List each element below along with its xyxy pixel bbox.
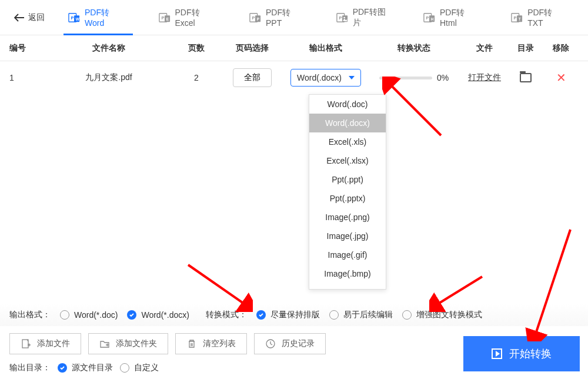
radio-label: 源文件目录 [72,363,113,373]
svg-text:P: P [514,15,517,20]
tab-pdf-to-image[interactable]: P PDF转图片 [321,0,408,35]
svg-point-15 [343,16,345,18]
add-folder-button[interactable]: 添加文件夹 [88,333,168,354]
svg-line-27 [188,265,246,305]
tab-label: PDF转PPT [266,8,306,28]
svg-text:P: P [161,15,164,20]
pdf-html-icon: PH [423,12,435,24]
tab-pdf-to-excel[interactable]: PE PDF转Excel [143,0,235,35]
start-convert-button[interactable]: 开始转换 [463,336,580,371]
svg-text:P: P [71,15,74,20]
add-file-button[interactable]: 添加文件 [9,333,81,354]
cell-dir [508,73,543,82]
file-plus-icon [21,338,31,349]
tab-pdf-to-word[interactable]: PW PDF转Word [53,0,143,35]
cell-name: 九月文案.pdf [45,72,173,83]
bottom-bar: 添加文件 添加文件夹 清空列表 历史记录 输出目录： 源文件目录 自定义 开始转… [0,326,588,382]
button-label: 历史记录 [282,338,315,349]
dropdown-item[interactable]: Image(.jpg) [309,227,386,245]
chevron-down-icon [349,76,355,79]
cell-format: Word(.docx) [285,69,367,87]
format-select[interactable]: Word(.docx) [290,69,361,87]
clear-list-button[interactable]: 清空列表 [175,333,247,354]
dropdown-item[interactable]: Image(.bmp) [309,264,386,283]
dropdown-scroll[interactable]: Word(.doc) Word(.docx) Excel(.xls) Excel… [309,95,386,289]
header-name: 文件名称 [45,43,173,54]
dropdown-item[interactable]: Word(.docx) [309,114,386,132]
tabs-bar: 返回 PW PDF转Word PE PDF转Excel PP PDF转PPT P… [0,0,588,35]
svg-text:P: P [257,16,260,21]
radio-label: 增强图文转换模式 [416,310,482,320]
pdf-ppt-icon: PP [249,12,261,24]
tabs-container: PW PDF转Word PE PDF转Excel PP PDF转PPT P PD… [53,0,582,35]
radio-checked-icon [256,310,266,320]
radio-label: 自定义 [134,363,159,373]
folder-icon[interactable] [520,73,532,82]
dropdown-item[interactable]: Word(.doc) [309,95,386,114]
page-select-button[interactable]: 全部 [233,68,272,87]
back-button[interactable]: 返回 [6,12,53,23]
cell-file: 打开文件 [461,72,508,83]
svg-text:T: T [519,16,521,21]
radio-label: Word(*.docx) [141,310,189,320]
radio-icon [402,310,412,320]
header-pages: 页数 [173,43,220,54]
cell-pagesel: 全部 [220,68,285,87]
svg-text:P: P [252,15,255,20]
dropdown-item[interactable]: Ppt(.pptx) [309,189,386,208]
tab-pdf-to-txt[interactable]: PT PDF转TXT [496,0,582,35]
format-dropdown: Word(.doc) Word(.docx) Excel(.xls) Excel… [309,94,386,290]
tab-pdf-to-html[interactable]: PH PDF转Html [408,0,496,35]
dropdown-item[interactable]: Excel(.xlsx) [309,151,386,170]
svg-line-28 [436,277,482,305]
header-remove: 移除 [543,43,579,54]
radio-label: Word(*.doc) [74,310,118,320]
radio-easy-edit[interactable]: 易于后续编辑 [329,310,393,320]
back-label: 返回 [28,12,45,23]
radio-label: 易于后续编辑 [343,310,393,320]
radio-icon [120,363,129,373]
svg-text:P: P [339,15,342,20]
radio-keep-layout[interactable]: 尽量保持排版 [256,310,320,320]
pdf-excel-icon: PE [159,12,171,24]
history-button[interactable]: 历史记录 [254,333,326,354]
button-label: 添加文件 [37,338,70,349]
open-file-link[interactable]: 打开文件 [468,72,501,82]
header-file: 文件 [461,43,508,54]
tab-pdf-to-ppt[interactable]: PP PDF转PPT [234,0,321,35]
header-dir: 目录 [508,43,543,54]
radio-label: 尽量保持排版 [270,310,320,320]
remove-button[interactable]: ✕ [556,71,566,84]
radio-source-dir[interactable]: 源文件目录 [58,363,113,373]
dropdown-item[interactable]: Excel(.xls) [309,132,386,151]
cell-remove: ✕ [543,71,579,85]
radio-enhanced[interactable]: 增强图文转换模式 [402,310,482,320]
cell-num: 1 [9,73,45,82]
svg-rect-24 [22,340,28,348]
trash-icon [186,338,197,349]
arrow-left-icon [14,14,25,22]
radio-custom-dir[interactable]: 自定义 [120,363,159,373]
options-row: 输出格式： Word(*.doc) Word(*.docx) 转换模式： 尽量保… [0,304,588,326]
cell-pages: 2 [173,73,220,82]
folder-plus-icon [99,338,110,349]
clock-icon [265,338,276,349]
pdf-image-icon: P [336,12,348,24]
radio-checked-icon [127,310,136,320]
button-label: 清空列表 [203,338,236,349]
radio-word-doc[interactable]: Word(*.doc) [60,310,118,320]
dropdown-item[interactable]: Image(.gif) [309,245,386,264]
dropdown-item[interactable]: Image(.png) [309,208,386,227]
dropdown-item[interactable]: Ppt(.ppt) [309,170,386,189]
header-format: 输出格式 [285,43,367,54]
radio-word-docx[interactable]: Word(*.docx) [127,310,189,320]
header-pagesel: 页码选择 [220,43,285,54]
play-icon [492,348,502,359]
svg-text:W: W [76,16,79,21]
progress-percent: 0% [437,73,449,82]
dropdown-item[interactable]: Image(.emf) [309,283,386,289]
output-format-label: 输出格式： [9,310,51,320]
radio-icon [329,310,339,320]
svg-text:E: E [166,16,168,21]
radio-checked-icon [58,363,67,373]
